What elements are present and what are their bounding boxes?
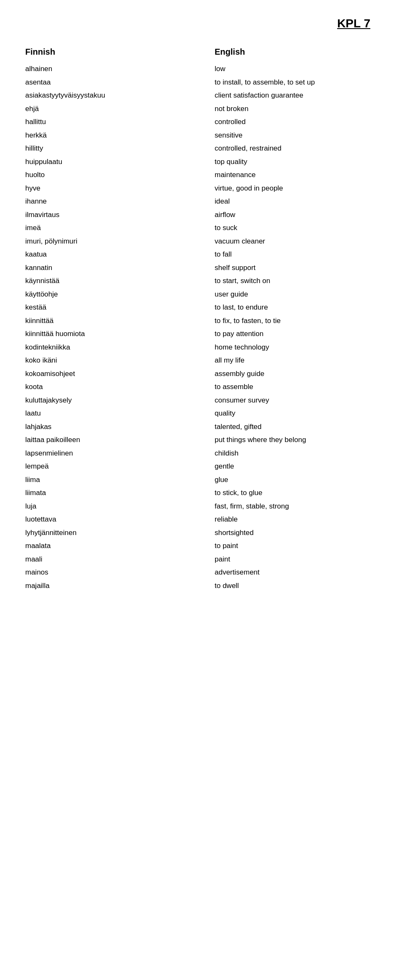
list-item: huolto	[25, 170, 189, 180]
list-item: all my life	[215, 355, 379, 366]
list-item: vacuum cleaner	[215, 236, 379, 247]
list-item: put things where they belong	[215, 434, 379, 445]
vocabulary-table: Finnish alhainenasentaaasiakastyytyväisy…	[25, 47, 379, 591]
list-item: controlled, restrained	[215, 143, 379, 154]
list-item: lyhytjännitteinen	[25, 527, 189, 538]
page-title: KPL 7	[25, 17, 379, 30]
list-item: to paint	[215, 540, 379, 551]
list-item: childish	[215, 448, 379, 459]
list-item: shelf support	[215, 262, 379, 273]
list-item: asentaa	[25, 77, 189, 88]
list-item: to dwell	[215, 580, 379, 591]
list-item: mainos	[25, 567, 189, 578]
list-item: laittaa paikoilleen	[25, 434, 189, 445]
list-item: paint	[215, 554, 379, 565]
list-item: top quality	[215, 156, 379, 167]
list-item: kannatin	[25, 262, 189, 273]
list-item: to fall	[215, 249, 379, 260]
list-item: kuluttajakysely	[25, 395, 189, 406]
list-item: koko ikäni	[25, 355, 189, 366]
finnish-header: Finnish	[25, 47, 189, 57]
list-item: herkkä	[25, 130, 189, 141]
list-item: advertisement	[215, 567, 379, 578]
list-item: käynnistää	[25, 275, 189, 286]
list-item: airflow	[215, 209, 379, 220]
list-item: lempeä	[25, 461, 189, 472]
list-item: to start, switch on	[215, 275, 379, 286]
list-item: käyttöohje	[25, 289, 189, 300]
list-item: talented, gifted	[215, 421, 379, 432]
list-item: consumer survey	[215, 395, 379, 406]
list-item: client satisfaction guarantee	[215, 90, 379, 101]
list-item: to stick, to glue	[215, 487, 379, 498]
finnish-column: Finnish alhainenasentaaasiakastyytyväisy…	[25, 47, 189, 591]
list-item: assembly guide	[215, 368, 379, 379]
list-item: glue	[215, 474, 379, 485]
list-item: hallittu	[25, 117, 189, 127]
list-item: controlled	[215, 117, 379, 127]
list-item: to install, to assemble, to set up	[215, 77, 379, 88]
list-item: not broken	[215, 103, 379, 114]
list-item: to assemble	[215, 381, 379, 392]
english-header: English	[215, 47, 379, 57]
list-item: shortsighted	[215, 527, 379, 538]
list-item: koota	[25, 381, 189, 392]
list-item: to fix, to fasten, to tie	[215, 315, 379, 326]
list-item: ehjä	[25, 103, 189, 114]
list-item: reliable	[215, 514, 379, 525]
list-item: maintenance	[215, 170, 379, 180]
list-item: imeä	[25, 222, 189, 233]
list-item: asiakastyytyväisyystakuu	[25, 90, 189, 101]
list-item: lahjakas	[25, 421, 189, 432]
list-item: user guide	[215, 289, 379, 300]
list-item: ideal	[215, 196, 379, 207]
list-item: hillitty	[25, 143, 189, 154]
list-item: ihanne	[25, 196, 189, 207]
list-item: home technology	[215, 342, 379, 353]
list-item: maali	[25, 554, 189, 565]
english-column: English lowto install, to assemble, to s…	[215, 47, 379, 591]
list-item: maalata	[25, 540, 189, 551]
list-item: luotettava	[25, 514, 189, 525]
list-item: kokoamisohjeet	[25, 368, 189, 379]
list-item: lapsenmielinen	[25, 448, 189, 459]
list-item: kiinnittää	[25, 315, 189, 326]
list-item: liimata	[25, 487, 189, 498]
list-item: luja	[25, 501, 189, 512]
list-item: virtue, good in people	[215, 183, 379, 194]
list-item: sensitive	[215, 130, 379, 141]
list-item: to last, to endure	[215, 302, 379, 313]
list-item: liima	[25, 474, 189, 485]
list-item: imuri, pölynimuri	[25, 236, 189, 247]
list-item: alhainen	[25, 64, 189, 74]
list-item: kestää	[25, 302, 189, 313]
list-item: kiinnittää huomiota	[25, 328, 189, 339]
list-item: quality	[215, 408, 379, 419]
list-item: majailla	[25, 580, 189, 591]
list-item: kodintekniikka	[25, 342, 189, 353]
list-item: to pay attention	[215, 328, 379, 339]
list-item: kaatua	[25, 249, 189, 260]
english-word-list: lowto install, to assemble, to set upcli…	[215, 64, 379, 591]
finnish-word-list: alhainenasentaaasiakastyytyväisyystakuue…	[25, 64, 189, 591]
list-item: laatu	[25, 408, 189, 419]
list-item: to suck	[215, 222, 379, 233]
list-item: fast, firm, stable, strong	[215, 501, 379, 512]
list-item: hyve	[25, 183, 189, 194]
list-item: huippulaatu	[25, 156, 189, 167]
list-item: ilmavirtaus	[25, 209, 189, 220]
list-item: gentle	[215, 461, 379, 472]
list-item: low	[215, 64, 379, 74]
